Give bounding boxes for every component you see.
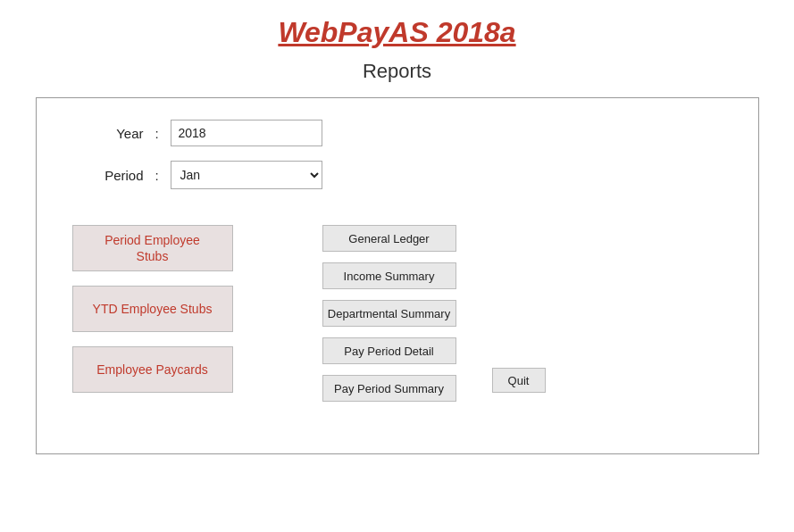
period-employee-stubs-button[interactable]: Period EmployeeStubs bbox=[72, 225, 233, 271]
left-buttons-group: Period EmployeeStubs YTD Employee Stubs … bbox=[72, 225, 251, 402]
period-row: Period : JanFebMarAprMayJunJulAugSepOctN… bbox=[72, 161, 723, 189]
income-summary-button[interactable]: Income Summary bbox=[322, 262, 456, 289]
main-container: Year : Period : JanFebMarAprMayJunJulAug… bbox=[36, 97, 759, 454]
employee-paycards-button[interactable]: Employee Paycards bbox=[72, 346, 233, 393]
quit-button[interactable]: Quit bbox=[492, 368, 546, 393]
general-ledger-button[interactable]: General Ledger bbox=[322, 225, 456, 252]
year-colon: : bbox=[144, 126, 171, 141]
departmental-summary-button[interactable]: Departmental Summary bbox=[322, 300, 456, 327]
right-section: General Ledger Income Summary Department… bbox=[322, 225, 456, 402]
buttons-area: Period EmployeeStubs YTD Employee Stubs … bbox=[72, 225, 723, 402]
period-colon: : bbox=[144, 168, 171, 183]
page-title: Reports bbox=[363, 60, 431, 83]
year-label: Year bbox=[72, 126, 144, 141]
pay-period-detail-button[interactable]: Pay Period Detail bbox=[322, 337, 456, 364]
ytd-employee-stubs-button[interactable]: YTD Employee Stubs bbox=[72, 286, 233, 332]
year-input[interactable] bbox=[171, 120, 322, 146]
app-title: WebPayAS 2018a bbox=[278, 16, 515, 49]
quit-area: Quit bbox=[492, 225, 546, 402]
period-select[interactable]: JanFebMarAprMayJunJulAugSepOctNovDec bbox=[171, 161, 322, 189]
period-label: Period bbox=[72, 168, 144, 183]
right-buttons-group: General Ledger Income Summary Department… bbox=[322, 225, 456, 402]
pay-period-summary-button[interactable]: Pay Period Summary bbox=[322, 375, 456, 402]
year-row: Year : bbox=[72, 120, 723, 146]
